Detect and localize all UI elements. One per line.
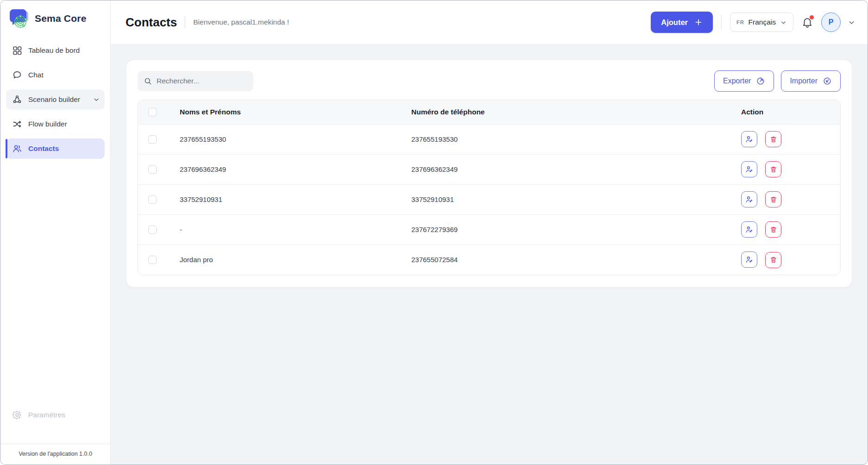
table-row: 237655193530 237655193530	[138, 124, 840, 154]
row-checkbox[interactable]	[148, 195, 157, 204]
chevron-down-icon	[780, 19, 787, 26]
table-header-row: Noms et Prénoms Numéro de téléphone Acti…	[138, 100, 840, 124]
contact-name: Jordan pro	[180, 245, 411, 275]
import-icon	[823, 76, 832, 86]
export-button[interactable]: Exporter	[714, 70, 774, 92]
sidebar-item-label: Contacts	[28, 145, 59, 153]
delete-contact-button[interactable]	[765, 191, 781, 207]
delete-contact-button[interactable]	[765, 161, 781, 177]
scenario-icon	[12, 94, 22, 105]
greeting-text: Bienvenue, pascal1.mekinda !	[193, 18, 289, 26]
column-header-action: Action	[741, 100, 840, 124]
content-area: Exporter Importer	[111, 44, 868, 465]
contact-phone: 237696362349	[411, 154, 741, 184]
app-version: Version de l'application 1.0.0	[0, 444, 110, 465]
sidebar-item-label: Scenario builder	[28, 95, 80, 104]
delete-contact-button[interactable]	[765, 221, 781, 238]
sidebar: Sema Core Tableau de bord	[0, 0, 111, 465]
main-area: Contacts Bienvenue, pascal1.mekinda ! Aj…	[111, 0, 868, 465]
contact-name: 237696362349	[180, 154, 411, 184]
search-box	[138, 71, 253, 91]
sidebar-item-label: Tableau de bord	[28, 46, 80, 55]
language-code: FR	[736, 19, 744, 25]
profile-menu-chevron[interactable]	[848, 19, 855, 26]
header-vertical-divider	[721, 15, 722, 29]
gear-icon	[12, 410, 22, 420]
chevron-down-icon	[93, 96, 100, 103]
edit-contact-button[interactable]	[741, 131, 757, 147]
delete-contact-button[interactable]	[765, 252, 781, 268]
contact-phone: 237655193530	[411, 124, 741, 154]
row-checkbox[interactable]	[148, 135, 157, 144]
contacts-icon	[12, 144, 22, 154]
header-actions: Ajouter FR Français	[651, 12, 855, 33]
dashboard-icon	[12, 45, 22, 56]
add-button-label: Ajouter	[661, 18, 688, 27]
add-contact-button[interactable]: Ajouter	[651, 12, 713, 33]
table-row: 33752910931 33752910931	[138, 184, 840, 214]
edit-contact-button[interactable]	[741, 251, 757, 268]
contact-phone: 237672279369	[411, 214, 741, 245]
table-row: 237696362349 237696362349	[138, 154, 840, 184]
export-button-label: Exporter	[723, 77, 751, 85]
app-name: Sema Core	[35, 13, 87, 24]
sidebar-item-label: Flow builder	[28, 120, 67, 128]
column-header-phone: Numéro de téléphone	[411, 100, 741, 124]
edit-contact-button[interactable]	[741, 221, 757, 238]
sidebar-bottom: Paramètres Version de l'application 1.0.…	[0, 405, 110, 465]
sidebar-item-tableau-de-bord[interactable]: Tableau de bord	[6, 40, 105, 61]
select-all-checkbox[interactable]	[148, 108, 157, 116]
notifications-button[interactable]	[800, 15, 814, 29]
contacts-table: Noms et Prénoms Numéro de téléphone Acti…	[138, 100, 841, 275]
chat-icon	[12, 70, 22, 80]
contacts-card: Exporter Importer	[126, 60, 852, 287]
card-toolbar: Exporter Importer	[138, 70, 841, 92]
page-header: Contacts Bienvenue, pascal1.mekinda ! Aj…	[111, 0, 868, 44]
row-checkbox[interactable]	[148, 226, 157, 234]
sidebar-item-label: Chat	[28, 71, 44, 79]
edit-contact-button[interactable]	[741, 161, 757, 177]
contact-name: -	[180, 214, 411, 245]
table-row: - 237672279369	[138, 214, 840, 245]
logo: Sema Core	[0, 0, 110, 40]
page-title: Contacts	[126, 15, 177, 30]
contact-phone: 33752910931	[411, 184, 741, 214]
contact-phone: 237655072584	[411, 245, 741, 275]
table-row: Jordan pro 237655072584	[138, 245, 840, 275]
delete-contact-button[interactable]	[765, 131, 781, 147]
sidebar-item-contacts[interactable]: Contacts	[6, 138, 105, 159]
row-checkbox[interactable]	[148, 256, 157, 264]
app-window: Sema Core Tableau de bord	[0, 0, 868, 465]
contact-name: 33752910931	[180, 184, 411, 214]
import-button-label: Importer	[790, 77, 818, 85]
edit-contact-button[interactable]	[741, 191, 757, 207]
sidebar-nav: Tableau de bord Chat	[0, 40, 110, 159]
toolbar-actions: Exporter Importer	[714, 70, 841, 92]
active-indicator	[6, 139, 7, 158]
search-input[interactable]	[157, 77, 247, 85]
header-divider	[185, 16, 185, 28]
export-icon	[756, 76, 765, 86]
sidebar-item-flow-builder[interactable]: Flow builder	[6, 114, 105, 134]
avatar-initial: P	[829, 18, 834, 26]
column-header-name: Noms et Prénoms	[180, 100, 411, 124]
language-label: Français	[748, 18, 776, 26]
contact-name: 237655193530	[180, 124, 411, 154]
search-icon	[144, 77, 152, 86]
row-checkbox[interactable]	[148, 165, 157, 174]
language-selector[interactable]: FR Français	[730, 13, 793, 32]
avatar[interactable]: P	[821, 13, 841, 32]
notification-dot	[809, 15, 814, 20]
sidebar-item-scenario-builder[interactable]: Scenario builder	[6, 89, 105, 110]
app-logo-icon	[9, 8, 31, 29]
plus-icon	[694, 18, 703, 26]
flow-icon	[12, 119, 22, 129]
sidebar-item-parametres[interactable]: Paramètres	[0, 405, 110, 425]
import-button[interactable]: Importer	[781, 70, 841, 92]
sidebar-item-chat[interactable]: Chat	[6, 65, 105, 85]
settings-label: Paramètres	[28, 411, 65, 419]
